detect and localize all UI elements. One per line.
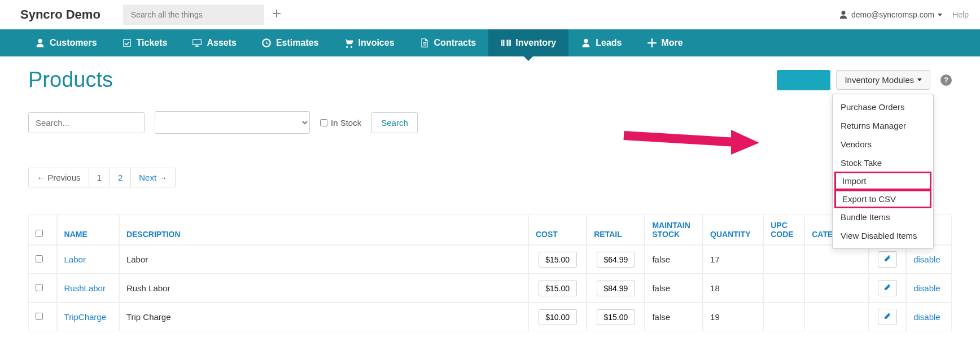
inventory-modules-dropdown: Purchase Orders Returns Manager Vendors … — [832, 94, 934, 249]
nav-label: Estimates — [276, 38, 319, 48]
nav-label: Leads — [596, 38, 622, 48]
dropdown-export-csv[interactable]: Export to CSV — [834, 190, 931, 208]
retail-input[interactable] — [597, 281, 635, 296]
pencil-icon — [883, 283, 892, 292]
retail-input[interactable] — [597, 309, 635, 325]
dropdown-import[interactable]: Import — [834, 172, 931, 190]
nav-label: Inventory — [515, 38, 556, 48]
category-value — [804, 274, 869, 303]
add-icon[interactable] — [272, 9, 281, 20]
filter-select[interactable] — [155, 111, 310, 134]
global-search-input[interactable] — [123, 5, 264, 25]
dropdown-stock-take[interactable]: Stock Take — [833, 154, 933, 172]
product-name-link[interactable]: Labor — [64, 255, 86, 264]
barcode-icon — [501, 38, 511, 48]
product-description: Trip Charge — [119, 303, 528, 331]
col-quantity[interactable]: QUANTITY — [703, 214, 763, 245]
caret-down-icon — [938, 14, 942, 16]
nav-contracts[interactable]: Contracts — [407, 29, 489, 56]
edit-button[interactable] — [878, 251, 897, 268]
dropdown-purchase-orders[interactable]: Purchase Orders — [833, 98, 933, 116]
product-name-link[interactable]: TripCharge — [64, 312, 106, 322]
brand-title: Syncro Demo — [20, 7, 100, 22]
disable-link[interactable]: disable — [913, 283, 940, 293]
disable-link[interactable]: disable — [913, 255, 940, 264]
page-prev[interactable]: ← Previous — [28, 168, 89, 187]
in-stock-checkbox[interactable] — [320, 119, 327, 126]
nav-leads[interactable]: Leads — [568, 29, 634, 56]
nav-label: Customers — [50, 38, 97, 48]
quantity-value: 19 — [703, 303, 763, 331]
row-checkbox[interactable] — [36, 284, 43, 291]
main-nav: Customers Tickets Assets Estimates Invoi… — [0, 29, 980, 56]
col-retail[interactable]: RETAIL — [587, 214, 645, 245]
nav-assets[interactable]: Assets — [180, 29, 248, 56]
nav-tickets[interactable]: Tickets — [110, 29, 180, 56]
page-2[interactable]: 2 — [110, 168, 131, 187]
inventory-modules-button[interactable]: Inventory Modules — [836, 70, 930, 90]
plus-icon — [647, 38, 657, 48]
user-email: demo@syncromsp.com — [851, 10, 934, 19]
user-menu[interactable]: demo@syncromsp.com — [839, 10, 942, 19]
table-row: TripChargeTrip Chargefalse19disable — [28, 303, 952, 331]
nav-invoices[interactable]: Invoices — [331, 29, 407, 56]
col-description[interactable]: DESCRIPTION — [119, 214, 528, 245]
products-table: NAME DESCRIPTION COST RETAIL MAINTAIN ST… — [28, 214, 952, 331]
nav-estimates[interactable]: Estimates — [249, 29, 331, 56]
select-all-checkbox[interactable] — [36, 230, 43, 237]
upc-value — [763, 245, 804, 274]
nav-label: Contracts — [434, 38, 476, 48]
page-1[interactable]: 1 — [89, 168, 110, 187]
nav-more[interactable]: More — [635, 29, 695, 56]
help-link[interactable]: Help — [952, 10, 969, 19]
nav-label: Invoices — [358, 38, 395, 48]
nav-label: More — [662, 38, 683, 48]
cost-input[interactable] — [539, 252, 577, 268]
pencil-icon — [883, 254, 892, 263]
row-checkbox[interactable] — [36, 313, 43, 320]
product-description: Labor — [119, 245, 528, 274]
clock-icon — [261, 38, 272, 48]
inventory-modules-label: Inventory Modules — [845, 75, 914, 85]
category-value — [804, 303, 869, 331]
dropdown-view-disabled[interactable]: View Disabled Items — [833, 226, 933, 245]
maintain-stock-value: false — [645, 245, 703, 274]
nav-label: Tickets — [137, 38, 168, 48]
disable-link[interactable]: disable — [913, 312, 940, 322]
page-title: Products — [28, 68, 113, 92]
product-search-input[interactable] — [28, 112, 145, 133]
col-name[interactable]: NAME — [57, 214, 119, 245]
dropdown-returns-manager[interactable]: Returns Manager — [833, 116, 933, 135]
dropdown-vendors[interactable]: Vendors — [833, 135, 933, 154]
hidden-primary-button[interactable] — [777, 70, 830, 90]
cost-input[interactable] — [539, 281, 577, 296]
upc-value — [763, 274, 804, 303]
dropdown-bundle-items[interactable]: Bundle Items — [833, 208, 933, 226]
maintain-stock-value: false — [645, 303, 703, 331]
cart-icon — [344, 38, 354, 48]
nav-inventory[interactable]: Inventory — [488, 29, 568, 56]
pencil-icon — [883, 312, 892, 321]
nav-customers[interactable]: Customers — [23, 29, 110, 56]
caret-down-icon — [917, 78, 922, 81]
retail-input[interactable] — [597, 252, 635, 268]
col-cost[interactable]: COST — [528, 214, 587, 245]
product-description: Rush Labor — [119, 274, 528, 303]
person-icon — [581, 38, 591, 48]
svg-line-0 — [624, 135, 737, 142]
edit-button[interactable] — [878, 309, 897, 325]
desktop-icon — [192, 38, 202, 48]
product-name-link[interactable]: RushLabor — [64, 283, 106, 293]
search-button[interactable]: Search — [371, 112, 418, 133]
check-square-icon — [122, 38, 132, 48]
help-icon[interactable]: ? — [940, 75, 952, 86]
cost-input[interactable] — [539, 309, 577, 325]
nav-label: Assets — [207, 38, 236, 48]
col-maintain-stock[interactable]: MAINTAIN STOCK — [645, 214, 703, 245]
col-upc[interactable]: UPC CODE — [763, 214, 804, 245]
person-icon — [35, 38, 45, 48]
file-icon — [419, 38, 430, 48]
page-next[interactable]: Next → — [130, 168, 176, 187]
edit-button[interactable] — [878, 280, 897, 296]
row-checkbox[interactable] — [36, 255, 43, 262]
